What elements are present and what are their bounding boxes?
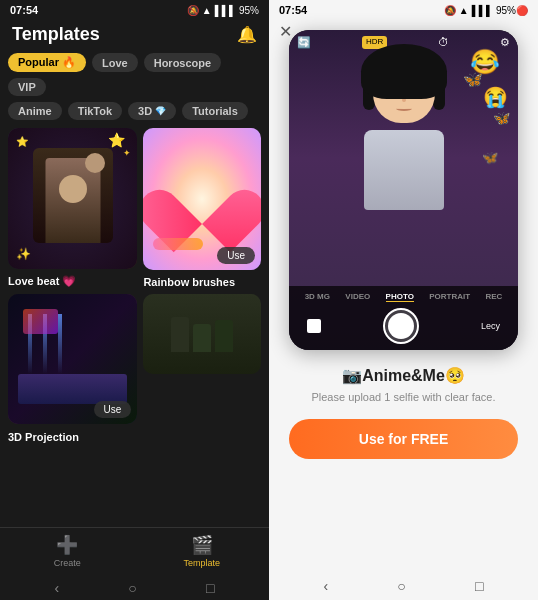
diamond-icon: 💎 [155, 106, 166, 116]
sad-emoji: 😭 [483, 85, 508, 109]
right-column [143, 294, 261, 443]
cam-mode-3dmg[interactable]: 3D MG [305, 292, 330, 302]
neon-element [23, 309, 58, 334]
love-beat-card[interactable]: ⭐ ⭐ ✦ ✨ [8, 128, 137, 269]
right-signal-icon: ▌▌▌ [472, 5, 493, 16]
bell-icon[interactable]: 🔔 [237, 25, 257, 44]
back-button-right[interactable]: ‹ [324, 578, 329, 594]
star-icon-2: ⭐ [108, 132, 125, 148]
anime-hair [361, 44, 447, 99]
page-title: Templates [12, 24, 100, 45]
recent-button-left[interactable]: □ [206, 580, 214, 596]
camera-bottom-row: Lecy [297, 308, 510, 344]
modal-title: 📷Anime&Me🥺 [289, 366, 518, 385]
camera-mode-tabs: 3D MG VIDEO PHOTO PORTRAIT REC [297, 292, 510, 302]
home-button-left[interactable]: ○ [128, 580, 136, 596]
rainbow-brushes-card[interactable]: Use [143, 128, 261, 270]
group-card[interactable] [143, 294, 261, 374]
cam-mode-photo[interactable]: PHOTO [386, 292, 414, 302]
top-row: ⭐ ⭐ ✦ ✨ Love beat 💗 [8, 128, 261, 288]
left-column: Use 3D Projection [8, 294, 137, 443]
tab-tiktok[interactable]: TikTok [68, 102, 122, 120]
star-icon-3: ✦ [123, 148, 131, 158]
signal-icon: ▌▌▌ [215, 5, 236, 16]
left-phone-nav: ‹ ○ □ [0, 576, 269, 600]
create-icon: ➕ [56, 534, 78, 556]
modal-content: 📷Anime&Me🥺 Please upload 1 selfie with c… [269, 350, 538, 574]
nav-create-label: Create [54, 558, 81, 568]
love-beat-label: Love beat 💗 [8, 272, 137, 288]
projection-table [18, 374, 127, 404]
status-icons: 🔕 ▲ ▌▌▌ 95% [187, 5, 259, 16]
right-panel: 07:54 🔕 ▲ ▌▌▌ 95%🔴 ✕ 🔄 HDR ⏱ ⚙ [269, 0, 538, 600]
tab-horoscope[interactable]: Horoscope [144, 53, 221, 72]
back-button-left[interactable]: ‹ [55, 580, 60, 596]
star-icon: ⭐ [16, 136, 28, 147]
tab-3d[interactable]: 3D 💎 [128, 102, 176, 120]
tab-anime[interactable]: Anime [8, 102, 62, 120]
3d-use-button[interactable]: Use [94, 401, 132, 418]
home-button-right[interactable]: ○ [397, 578, 405, 594]
cam-mode-video[interactable]: VIDEO [345, 292, 370, 302]
notification-icon: 🔕 [187, 5, 199, 16]
battery-icon: 95% [239, 5, 259, 16]
settings-cam-icon[interactable]: ⚙ [500, 36, 510, 49]
camera-controls: 3D MG VIDEO PHOTO PORTRAIT REC Lecy [289, 286, 518, 350]
brush-stroke-1 [153, 238, 203, 250]
header: Templates 🔔 [0, 20, 269, 53]
shutter-inner [388, 313, 414, 339]
anime-head [369, 50, 439, 130]
3d-projection-card[interactable]: Use [8, 294, 137, 424]
wifi-icon: ▲ [202, 5, 212, 16]
cam-mode-portrait[interactable]: PORTRAIT [429, 292, 470, 302]
3d-projection-label: 3D Projection [8, 428, 137, 443]
anime-body [364, 130, 444, 210]
tab-love[interactable]: Love [92, 53, 138, 72]
tab-vip[interactable]: VIP [8, 78, 46, 96]
close-button[interactable]: ✕ [279, 22, 292, 41]
right-wifi-icon: ▲ [459, 5, 469, 16]
phone-preview: 🔄 HDR ⏱ ⚙ [289, 30, 518, 350]
tabs-row-2: Anime TikTok 3D 💎 Tutorials [0, 102, 269, 128]
butterfly-emoji-2: 🦋 [493, 110, 510, 126]
nav-create[interactable]: ➕ Create [0, 534, 135, 568]
butterfly-emoji-3: 🦋 [482, 150, 498, 165]
right-phone-nav: ‹ ○ □ [269, 574, 538, 600]
right-status-time: 07:54 [279, 4, 307, 16]
sparkle-icon: ✨ [16, 247, 31, 261]
flip-camera-icon[interactable]: 🔄 [297, 36, 311, 49]
nav-template-label: Template [183, 558, 220, 568]
couple-image [33, 148, 113, 243]
heart-decoration [162, 164, 242, 234]
tab-tutorials[interactable]: Tutorials [182, 102, 248, 120]
left-status-bar: 07:54 🔕 ▲ ▌▌▌ 95% [0, 0, 269, 20]
record-button[interactable] [307, 319, 321, 333]
template-icon: 🎬 [191, 534, 213, 556]
butterfly-emoji-1: 🦋 [463, 70, 483, 89]
right-status-icons: 🔕 ▲ ▌▌▌ 95%🔴 [444, 5, 528, 16]
rainbow-brushes-label: Rainbow brushes [143, 273, 261, 288]
group-image [143, 294, 261, 374]
tabs-row-1: Popular 🔥 Love Horoscope VIP [0, 53, 269, 102]
preview-screen: 🔄 HDR ⏱ ⚙ [289, 30, 518, 350]
right-battery-icon: 95%🔴 [496, 5, 528, 16]
tab-popular[interactable]: Popular 🔥 [8, 53, 86, 72]
use-for-free-button[interactable]: Use for FREE [289, 419, 518, 459]
left-status-time: 07:54 [10, 4, 38, 16]
modal-description: Please upload 1 selfie with clear face. [289, 391, 518, 403]
cam-mode-rec[interactable]: REC [485, 292, 502, 302]
anime-mouth [396, 106, 412, 111]
nav-template[interactable]: 🎬 Template [135, 534, 270, 568]
timer-icon[interactable]: ⏱ [438, 36, 449, 49]
bottom-nav: ➕ Create 🎬 Template [0, 527, 269, 576]
right-status-bar: 07:54 🔕 ▲ ▌▌▌ 95%🔴 [269, 0, 538, 20]
people-silhouettes [171, 317, 233, 352]
recent-button-right[interactable]: □ [475, 578, 483, 594]
right-notif-icon: 🔕 [444, 5, 456, 16]
bottom-row: Use 3D Projection [8, 294, 261, 443]
user-label: Lecy [481, 321, 500, 331]
rainbow-use-button[interactable]: Use [217, 247, 255, 264]
left-panel: 07:54 🔕 ▲ ▌▌▌ 95% Templates 🔔 Popular 🔥 … [0, 0, 269, 600]
shutter-button[interactable] [383, 308, 419, 344]
projection-light-3 [58, 314, 62, 374]
